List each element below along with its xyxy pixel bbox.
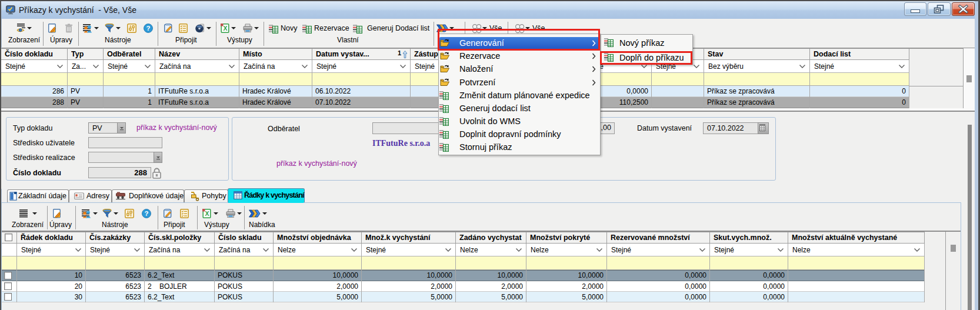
svg-text:?: ? — [146, 25, 150, 32]
svg-text:X: X — [223, 25, 227, 32]
svg-text:?: ? — [144, 210, 148, 217]
svg-text:X: X — [205, 210, 209, 217]
